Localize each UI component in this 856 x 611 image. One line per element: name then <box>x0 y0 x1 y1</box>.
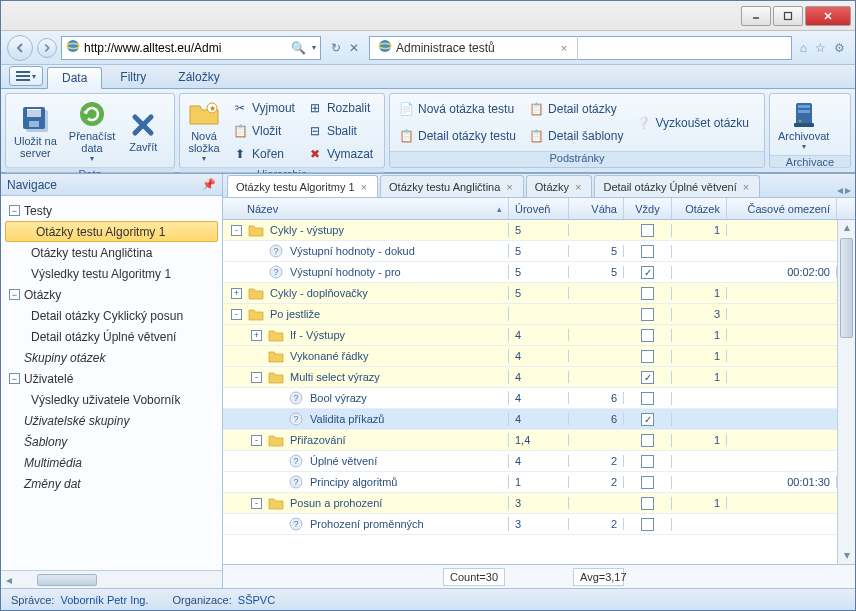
detail-question-test-button[interactable]: 📋Detail otázky testu <box>392 125 522 147</box>
tabs-scroll-right-icon[interactable]: ▸ <box>845 183 851 197</box>
always-checkbox[interactable] <box>641 518 654 531</box>
grid-folder-row[interactable]: Vykonané řádky41 <box>223 346 837 367</box>
root-button[interactable]: ⬆Kořen <box>226 143 301 165</box>
grid-vscrollbar[interactable]: ▴ ▾ <box>837 220 855 564</box>
nav-category[interactable]: Uživatelské skupiny <box>1 410 222 431</box>
always-checkbox[interactable] <box>641 434 654 447</box>
grid-folder-row[interactable]: -Po jestliže3 <box>223 304 837 325</box>
window-close-button[interactable] <box>805 6 851 26</box>
row-toggle-icon[interactable]: - <box>231 309 242 320</box>
nav-item[interactable]: Výsledky uživatele Voborník <box>1 389 222 410</box>
document-tab[interactable]: Detail otázky Úplné větvení× <box>594 175 760 197</box>
compact-menu-button[interactable]: ▾ <box>9 66 43 86</box>
row-toggle-icon[interactable]: + <box>231 288 242 299</box>
window-maximize-button[interactable] <box>773 6 803 26</box>
grid-row[interactable]: ?Bool výrazy46 <box>223 388 837 409</box>
delete-button[interactable]: ✖Vymazat <box>301 143 379 165</box>
cut-button[interactable]: ✂Vyjmout <box>226 97 301 119</box>
status-org-name[interactable]: SŠPVC <box>238 594 275 606</box>
archive-button[interactable]: Archivovat ▾ <box>772 96 835 153</box>
pin-icon[interactable]: 📌 <box>202 178 216 191</box>
grid-folder-row[interactable]: +Cykly - doplňovačky51 <box>223 283 837 304</box>
nav-category[interactable]: Skupiny otázek <box>1 347 222 368</box>
always-checkbox[interactable]: ✓ <box>641 266 654 279</box>
always-checkbox[interactable] <box>641 455 654 468</box>
row-toggle-icon[interactable]: - <box>251 372 262 383</box>
col-header-name[interactable]: Název▴ <box>223 198 509 219</box>
tree-toggle-icon[interactable]: − <box>9 373 20 384</box>
home-icon[interactable]: ⌂ <box>800 41 807 55</box>
grid-folder-row[interactable]: -Přiřazování1,41 <box>223 430 837 451</box>
grid-folder-row[interactable]: -Cykly - výstupy51 <box>223 220 837 241</box>
always-checkbox[interactable] <box>641 350 654 363</box>
favorites-icon[interactable]: ☆ <box>815 41 826 55</box>
detail-template-button[interactable]: 📋Detail šablony <box>522 125 629 147</box>
nav-item[interactable]: Otázky testu Angličtina <box>1 242 222 263</box>
nav-item[interactable]: Výsledky testu Algoritmy 1 <box>1 263 222 284</box>
tabs-scroll-left-icon[interactable]: ◂ <box>837 183 843 197</box>
row-toggle-icon[interactable]: - <box>251 498 262 509</box>
paste-button[interactable]: 📋Vložit <box>226 120 301 142</box>
row-toggle-icon[interactable]: - <box>231 225 242 236</box>
nav-category[interactable]: −Uživatelé <box>1 368 222 389</box>
always-checkbox[interactable] <box>641 308 654 321</box>
detail-question-button[interactable]: 📋Detail otázky <box>522 98 629 120</box>
always-checkbox[interactable] <box>641 392 654 405</box>
nav-category[interactable]: Změny dat <box>1 473 222 494</box>
tab-data[interactable]: Data <box>47 67 102 89</box>
row-toggle-icon[interactable]: + <box>251 330 262 341</box>
browser-tab[interactable]: Administrace testů × <box>370 36 578 60</box>
nav-category[interactable]: Multimédia <box>1 452 222 473</box>
nav-category[interactable]: −Otázky <box>1 284 222 305</box>
url-box[interactable]: 🔍 ▾ <box>61 36 321 60</box>
stop-icon[interactable]: ✕ <box>349 41 359 55</box>
nav-category[interactable]: Šablony <box>1 431 222 452</box>
col-header-always[interactable]: Vždy <box>624 198 672 219</box>
refresh-icon[interactable]: ↻ <box>331 41 341 55</box>
nav-item[interactable]: Detail otázky Cyklický posun <box>1 305 222 326</box>
col-header-weight[interactable]: Váha <box>569 198 624 219</box>
tree-toggle-icon[interactable]: − <box>9 289 20 300</box>
url-input[interactable] <box>84 38 287 58</box>
status-admin-name[interactable]: Voborník Petr Ing. <box>60 594 148 606</box>
always-checkbox[interactable] <box>641 497 654 510</box>
tab-zalozky[interactable]: Záložky <box>164 66 233 88</box>
document-tab[interactable]: Otázky× <box>526 175 593 197</box>
grid-row[interactable]: ?Výstupní hodnoty - dokud55 <box>223 241 837 262</box>
nav-item[interactable]: Detail otázky Úplné větvení <box>1 326 222 347</box>
tab-filtry[interactable]: Filtry <box>106 66 160 88</box>
tab-close-icon[interactable]: × <box>359 181 369 193</box>
reload-data-button[interactable]: Přenačíst data ▾ <box>63 96 121 165</box>
row-toggle-icon[interactable]: - <box>251 435 262 446</box>
always-checkbox[interactable] <box>641 245 654 258</box>
tree-toggle-icon[interactable]: − <box>9 205 20 216</box>
collapse-button[interactable]: ⊟Sbalit <box>301 120 379 142</box>
grid-row[interactable]: ?Prohození proměnných32 <box>223 514 837 535</box>
col-header-level[interactable]: Úroveň <box>509 198 569 219</box>
always-checkbox[interactable]: ✓ <box>641 371 654 384</box>
grid-row[interactable]: ?Principy algoritmů1200:01:30 <box>223 472 837 493</box>
new-folder-button[interactable]: ★ Nová složka ▾ <box>182 96 226 165</box>
always-checkbox[interactable]: ✓ <box>641 413 654 426</box>
grid-row[interactable]: ?Validita příkazů46✓ <box>223 409 837 430</box>
try-question-button[interactable]: ❔Vyzkoušet otázku <box>629 112 755 134</box>
tab-close-icon[interactable]: × <box>559 42 569 54</box>
grid-folder-row[interactable]: -Posun a prohození31 <box>223 493 837 514</box>
window-minimize-button[interactable] <box>741 6 771 26</box>
nav-item[interactable]: Otázky testu Algoritmy 1 <box>5 221 218 242</box>
tab-close-icon[interactable]: × <box>504 181 514 193</box>
grid-row[interactable]: ?Výstupní hodnoty - pro55✓00:02:00 <box>223 262 837 283</box>
grid-row[interactable]: ?Úplné větvení42 <box>223 451 837 472</box>
tab-close-icon[interactable]: × <box>741 181 751 193</box>
search-icon[interactable]: 🔍 <box>291 41 306 55</box>
save-to-server-button[interactable]: Uložit na server <box>8 96 63 165</box>
back-button[interactable] <box>7 35 33 61</box>
new-question-button[interactable]: 📄Nová otázka testu <box>392 98 522 120</box>
always-checkbox[interactable] <box>641 287 654 300</box>
col-header-questions[interactable]: Otázek <box>672 198 727 219</box>
grid-folder-row[interactable]: -Multi select výrazy4✓1 <box>223 367 837 388</box>
forward-button[interactable] <box>37 38 57 58</box>
expand-button[interactable]: ⊞Rozbalit <box>301 97 379 119</box>
always-checkbox[interactable] <box>641 476 654 489</box>
always-checkbox[interactable] <box>641 224 654 237</box>
